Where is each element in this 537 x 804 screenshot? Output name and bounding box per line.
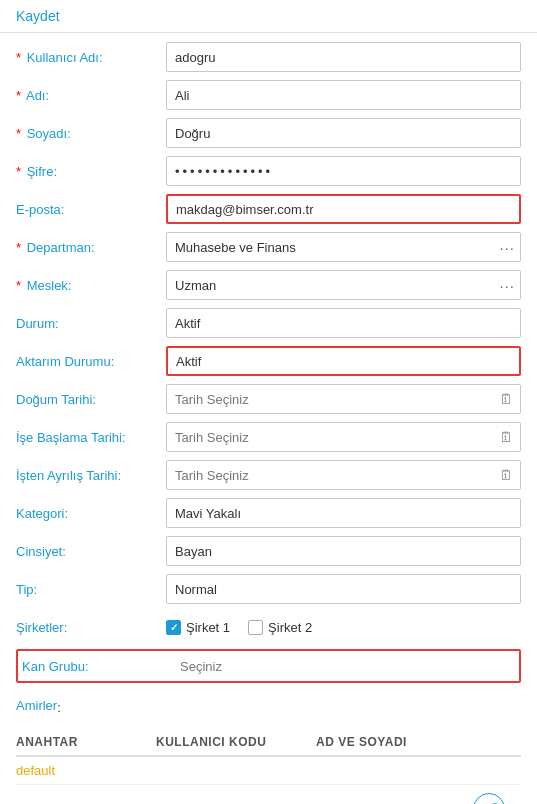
top-bar: Kaydet — [0, 0, 537, 33]
row-tip: Tip: — [16, 573, 521, 605]
label-ise-baslama: İşe Başlama Tarihi: — [16, 430, 166, 445]
input-cinsiyet[interactable] — [166, 536, 521, 566]
amirler-table: ANAHTAR KULLANICI KODU AD VE SOYADI defa… — [16, 729, 521, 804]
input-ise-baslama[interactable] — [166, 422, 521, 452]
input-isten-ayrilis[interactable] — [166, 460, 521, 490]
add-user-icon — [480, 800, 498, 804]
row-eposta: E-posta: — [16, 193, 521, 225]
label-kan-grubu: Kan Grubu: — [22, 659, 172, 674]
label-cinsiyet: Cinsiyet: — [16, 544, 166, 559]
row-amirler-label: Amirler: — [16, 691, 521, 723]
meslek-input-wrapper: ··· — [166, 270, 521, 300]
save-button[interactable]: Kaydet — [16, 8, 60, 24]
row-soyadi: * Soyadı: — [16, 117, 521, 149]
input-durum[interactable] — [166, 308, 521, 338]
table-row: default — [16, 757, 521, 785]
row-departman: * Departman: ··· — [16, 231, 521, 263]
departman-dots-button[interactable]: ··· — [499, 239, 515, 256]
label-durum: Durum: — [16, 316, 166, 331]
input-departman[interactable] — [166, 232, 521, 262]
input-kan-grubu[interactable] — [172, 653, 515, 679]
sirket1-check-icon[interactable]: ✓ — [166, 620, 181, 635]
row-cinsiyet: Cinsiyet: — [16, 535, 521, 567]
input-meslek[interactable] — [166, 270, 521, 300]
label-sirketler: Şirketler: — [16, 620, 166, 635]
row-adi: * Adı: — [16, 79, 521, 111]
table-header: ANAHTAR KULLANICI KODU AD VE SOYADI — [16, 729, 521, 757]
add-user-button[interactable] — [473, 793, 505, 804]
calendar-icon-isten-ayrilis[interactable]: 🗓 — [499, 467, 513, 483]
form-container: * Kullanıcı Adı: * Adı: * Soyadı: * Şifr… — [0, 33, 537, 804]
amirler-label: Amirler — [16, 698, 57, 713]
input-soyadi[interactable] — [166, 118, 521, 148]
isten-ayrilis-wrapper: 🗓 — [166, 460, 521, 490]
row-sifre: * Şifre: — [16, 155, 521, 187]
label-isten-ayrilis: İşten Ayrılış Tarihi: — [16, 468, 166, 483]
header-kullanici-kodu: KULLANICI KODU — [156, 735, 316, 749]
calendar-icon-ise-baslama[interactable]: 🗓 — [499, 429, 513, 445]
dogum-tarihi-wrapper: 🗓 — [166, 384, 521, 414]
input-sifre[interactable] — [166, 156, 521, 186]
sirket2-check-icon[interactable] — [248, 620, 263, 635]
calendar-icon-dogum[interactable]: 🗓 — [499, 391, 513, 407]
table-footer — [16, 793, 521, 804]
label-eposta: E-posta: — [16, 202, 166, 217]
label-tip: Tip: — [16, 582, 166, 597]
label-sifre: * Şifre: — [16, 164, 166, 179]
meslek-dots-button[interactable]: ··· — [499, 277, 515, 294]
label-kullanici-adi: * Kullanıcı Adı: — [16, 50, 166, 65]
sirketler-group: ✓ Şirket 1 Şirket 2 — [166, 620, 521, 635]
label-aktarim-durumu: Aktarım Durumu: — [16, 354, 166, 369]
input-kullanici-adi[interactable] — [166, 42, 521, 72]
row-kan-grubu: Kan Grubu: — [16, 649, 521, 683]
checkbox-sirket1[interactable]: ✓ Şirket 1 — [166, 620, 230, 635]
checkbox-sirket2[interactable]: Şirket 2 — [248, 620, 312, 635]
ise-baslama-wrapper: 🗓 — [166, 422, 521, 452]
row-dogum-tarihi: Doğum Tarihi: 🗓 — [16, 383, 521, 415]
aktarim-input-wrapper — [166, 346, 521, 376]
input-adi[interactable] — [166, 80, 521, 110]
input-dogum-tarihi[interactable] — [166, 384, 521, 414]
row-ise-baslama: İşe Başlama Tarihi: 🗓 — [16, 421, 521, 453]
header-ad-soyad: AD VE SOYADI — [316, 735, 521, 749]
header-anahtar: ANAHTAR — [16, 735, 156, 749]
departman-input-wrapper: ··· — [166, 232, 521, 262]
input-tip[interactable] — [166, 574, 521, 604]
row-durum: Durum: — [16, 307, 521, 339]
row-kullanici-adi: * Kullanıcı Adı: — [16, 41, 521, 73]
row-aktarim-durumu: Aktarım Durumu: — [16, 345, 521, 377]
row-anahtar-value: default — [16, 763, 156, 778]
kan-grubu-input-wrapper — [172, 653, 515, 679]
row-kategori: Kategori: — [16, 497, 521, 529]
label-soyadi: * Soyadı: — [16, 126, 166, 141]
row-sirketler: Şirketler: ✓ Şirket 1 Şirket 2 — [16, 611, 521, 643]
label-meslek: * Meslek: — [16, 278, 166, 293]
eposta-input-wrapper — [166, 194, 521, 224]
label-departman: * Departman: — [16, 240, 166, 255]
label-adi: * Adı: — [16, 88, 166, 103]
input-eposta[interactable] — [166, 194, 521, 224]
input-aktarim-durumu[interactable] — [166, 346, 521, 376]
label-kategori: Kategori: — [16, 506, 166, 521]
input-kategori[interactable] — [166, 498, 521, 528]
row-isten-ayrilis: İşten Ayrılış Tarihi: 🗓 — [16, 459, 521, 491]
label-dogum-tarihi: Doğum Tarihi: — [16, 392, 166, 407]
row-meslek: * Meslek: ··· — [16, 269, 521, 301]
